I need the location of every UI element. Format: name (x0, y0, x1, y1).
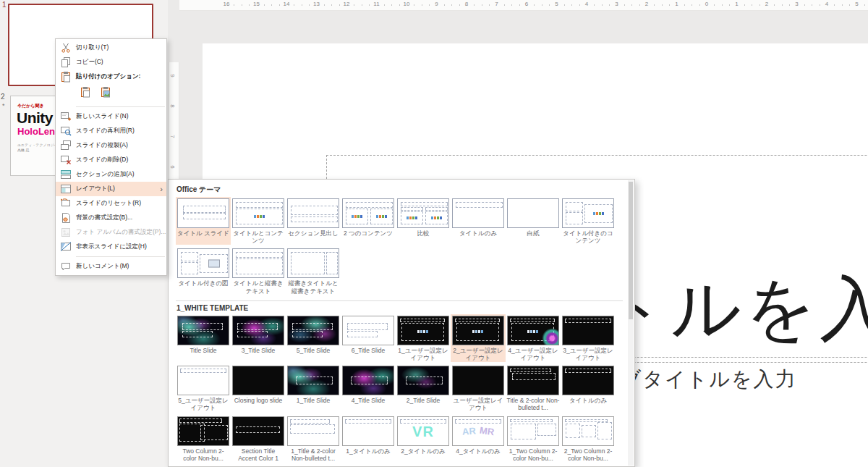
ruler-number: 13 (313, 1, 320, 7)
layout-tile[interactable]: タイトルとコンテンツ (231, 197, 286, 245)
submenu-scrollbar-thumb[interactable] (629, 182, 633, 319)
placeholder-box (181, 252, 198, 261)
placeholder-box (510, 319, 555, 322)
layout-tile[interactable]: タイトルのみ (561, 364, 616, 412)
paste-option-1-button[interactable] (77, 85, 93, 101)
placeholder-box (425, 211, 448, 224)
submenu-scrollbar[interactable] (628, 180, 634, 466)
layout-tile-label: 3_Title Slide (231, 347, 286, 354)
layout-tile[interactable]: 2 つのコンテンツ (341, 197, 396, 245)
vertical-ruler[interactable]: 9876 (169, 62, 179, 179)
layout-thumbnail (232, 248, 284, 278)
layout-tile[interactable]: 白紙 (506, 197, 561, 245)
layout-tile[interactable]: 1_タイトルのみ (341, 415, 396, 463)
menu-item-layout[interactable]: レイアウト(L)› (56, 182, 166, 196)
copy-icon (60, 56, 72, 68)
layout-tile[interactable]: 2_ユーザー設定レイアウト (451, 314, 506, 362)
layout-grid: タイトル スライドタイトルとコンテンツセクション見出し2 つのコンテンツ比較タイ… (176, 197, 623, 295)
layout-tile[interactable]: Section Title Accent Color 1 (231, 415, 286, 463)
layout-tile[interactable]: 4_Title Slide (341, 364, 396, 412)
menu-item-reset-slide[interactable]: スライドのリセット(R) (56, 196, 166, 211)
placeholder-box (236, 202, 283, 208)
paste-options-row (56, 84, 166, 104)
content-icons-cluster (417, 330, 429, 333)
layout-tile[interactable]: タイトル スライド (176, 197, 231, 245)
layout-tile[interactable]: 1_Title & 2-color Non-bulleted t... (286, 415, 341, 463)
layout-tile[interactable]: 比較 (396, 197, 451, 245)
menu-separator (76, 106, 165, 107)
placeholder-box (565, 319, 611, 323)
layout-tile[interactable]: セクション見出し (286, 197, 341, 245)
layout-tile[interactable]: 縦書きタイトルと縦書きテキスト (286, 247, 341, 295)
ruler-tick (692, 4, 692, 6)
menu-item-duplicate-slide[interactable]: スライドの複製(A) (56, 138, 166, 153)
layout-tile-label: 1_タイトルのみ (341, 447, 396, 455)
placeholder-box (351, 376, 388, 384)
layout-tile[interactable]: Title Slide (176, 314, 231, 362)
layout-tile[interactable]: 4_ユーザー設定レイアウト (506, 314, 561, 362)
layout-tile[interactable]: 2_Two Column 2-color Non-bu... (561, 415, 616, 463)
layout-tile[interactable]: 5_Title Slide (286, 314, 341, 362)
placeholder-box (401, 211, 423, 224)
menu-item-delete-slide[interactable]: スライドの削除(D) (56, 153, 166, 167)
layout-tile[interactable]: タイトルと縦書きテキスト (231, 247, 286, 295)
layout-tile-label: 4_タイトルのみ (451, 447, 506, 455)
paste-keep-icon (80, 86, 91, 101)
layout-tile[interactable]: タイトル付きの図 (176, 247, 231, 295)
layout-tile-label: タイトルとコンテンツ (231, 230, 286, 244)
layout-tile-label: Closing logo slide (231, 397, 286, 404)
placeholder-box (537, 424, 556, 436)
ruler-tick (234, 4, 234, 6)
layout-tile[interactable]: Title & 2-color Non-bulleted t... (506, 364, 561, 412)
ruler-number: 12 (344, 1, 350, 7)
ruler-number: 7 (169, 135, 176, 138)
horizontal-ruler[interactable]: 16151413121110987654321012345 (179, 0, 868, 11)
layout-tile[interactable]: Closing logo slide (231, 364, 286, 412)
layout-tile[interactable]: Two Column 2-color Non-bu... (176, 415, 231, 463)
layout-tile[interactable]: タイトル付きのコンテンツ (561, 197, 616, 245)
menu-item-photo-album[interactable]: フォト アルバムの書式設定(P)... (56, 225, 166, 240)
layout-tile[interactable]: VR2_タイトルのみ (396, 415, 451, 463)
menu-item-add-section[interactable]: セクションの追加(A) (56, 167, 166, 182)
layout-tile[interactable]: ARMR4_タイトルのみ (451, 415, 506, 463)
layout-tile[interactable]: タイトルのみ (451, 197, 506, 245)
placeholder-box (456, 323, 499, 341)
ruler-tick (624, 4, 625, 6)
layout-thumbnail (562, 366, 614, 395)
layout-tile[interactable]: 1_Two Column 2-color Non-bu... (506, 415, 561, 463)
layout-tile[interactable]: 1_ユーザー設定レイアウト (396, 314, 451, 362)
menu-item-format-background[interactable]: 背景の書式設定(B)... (56, 211, 166, 225)
layout-icon (60, 183, 72, 195)
layout-tile[interactable]: 2_Title Slide (396, 364, 451, 412)
placeholder-box (370, 209, 393, 224)
placeholder-box (296, 376, 333, 384)
paste-option-2-button[interactable] (98, 85, 114, 101)
layout-thumbnail (507, 416, 559, 446)
menu-item-hide-slide[interactable]: 非表示スライドに設定(H) (56, 240, 166, 254)
layout-thumbnail (452, 366, 504, 395)
ruler-tick (571, 4, 572, 6)
ruler-tick (391, 4, 392, 6)
reuse-slides-icon (60, 125, 72, 137)
layout-tile[interactable]: 3_Title Slide (231, 314, 286, 362)
placeholder-box (455, 419, 501, 424)
layout-tile[interactable]: 6_Title Slide (341, 314, 396, 362)
layout-tile[interactable]: ユーザー設定レイアウト (451, 364, 506, 412)
menu-item-new-comment[interactable]: 新しいコメント(M) (56, 259, 166, 274)
menu-item-cut[interactable]: 切り取り(T) (56, 41, 166, 55)
menu-item-new-slide[interactable]: 新しいスライド(N) (56, 109, 166, 124)
ruler-tick (669, 4, 670, 6)
content-icons-cluster (254, 215, 265, 218)
ruler-number: 15 (253, 1, 260, 7)
menu-item-copy[interactable]: コピー(C) (56, 55, 166, 70)
layout-tile[interactable]: 3_ユーザー設定レイアウト (561, 314, 616, 362)
menu-item-reuse-slides[interactable]: スライドの再利用(R) (56, 124, 166, 138)
ruler-number: 6 (525, 1, 528, 7)
layout-tile[interactable]: 1_Title Slide (286, 364, 341, 412)
ruler-tick (362, 4, 362, 6)
ruler-tick (631, 4, 632, 6)
ruler-number: 5 (555, 1, 558, 7)
layout-tile[interactable]: 5_ユーザー設定レイアウト (176, 364, 231, 412)
ruler-tick (864, 4, 865, 6)
placeholder-box (347, 331, 378, 337)
